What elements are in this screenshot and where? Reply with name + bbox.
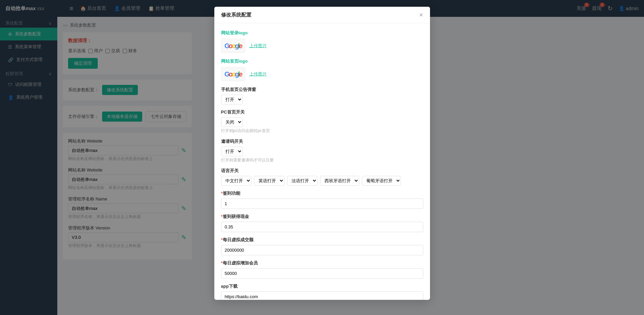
invite-switch-hint: 打开则需要邀请码才可以注册 xyxy=(221,157,423,163)
modal: 修改系统配置 × 网站登录logo Google 上传图片 网站首页l xyxy=(214,7,430,300)
login-logo-section: 网站登录logo Google 上传图片 xyxy=(221,30,423,53)
lang-pt-select[interactable]: 葡萄牙语打开葡萄牙语关闭 xyxy=(362,176,401,186)
modal-title: 修改系统配置 xyxy=(221,12,251,18)
app-download-input[interactable] xyxy=(221,291,423,300)
lang-options: 中文打开中文关闭 英语打开英语关闭 法语打开法语关闭 西班牙语打开西班牙语关闭 … xyxy=(221,176,423,186)
mobile-popup-field: 手机首页公告弹窗 打开 关闭 xyxy=(221,87,423,104)
modal-header: 修改系统配置 × xyxy=(214,7,430,23)
invite-switch-select[interactable]: 打开 关闭 xyxy=(221,147,243,156)
login-logo-upload-btn[interactable]: 上传图片 xyxy=(249,43,267,49)
lang-en-select[interactable]: 英语打开英语关闭 xyxy=(254,176,284,186)
pc-switch-field: PC首页开关 打开 关闭 打开则pc访问会跳转pc首页 xyxy=(221,109,423,134)
invite-switch-label: 邀请码开关 xyxy=(221,138,423,145)
sign-reward-field: *签到获得现金 xyxy=(221,214,423,232)
home-logo-label: 网站首页logo xyxy=(221,58,423,64)
sign-reward-input[interactable] xyxy=(221,222,423,232)
sign-reward-label: *签到获得现金 xyxy=(221,214,423,220)
modal-overlay[interactable]: 修改系统配置 × 网站登录logo Google 上传图片 网站首页l xyxy=(0,0,644,315)
home-logo-upload-btn[interactable]: 上传图片 xyxy=(249,71,267,77)
login-logo-label: 网站登录logo xyxy=(221,30,423,36)
pc-switch-select[interactable]: 打开 关闭 xyxy=(221,117,243,127)
daily-fake-tx-label: *每日虚拟成交额 xyxy=(221,237,423,243)
modal-body: 网站登录logo Google 上传图片 网站首页logo Goo xyxy=(214,23,430,300)
sign-func-field: *签到功能 xyxy=(221,190,423,209)
pc-switch-hint: 打开则pc访问会跳转pc首页 xyxy=(221,128,423,134)
sign-func-input[interactable] xyxy=(221,198,423,209)
daily-fake-tx-field: *每日虚拟成交额 xyxy=(221,237,423,255)
app-download-label: app下载 xyxy=(221,283,423,289)
mobile-popup-label: 手机首页公告弹窗 xyxy=(221,87,423,93)
sign-func-label: *签到功能 xyxy=(221,190,423,196)
app-download-field: app下载 xyxy=(221,283,423,300)
daily-fake-members-field: *每日虚拟增加会员 xyxy=(221,260,423,279)
daily-fake-tx-input[interactable] xyxy=(221,245,423,255)
home-logo-section: 网站首页logo Google 上传图片 xyxy=(221,58,423,81)
modal-close-button[interactable]: × xyxy=(419,11,423,18)
lang-es-select[interactable]: 西班牙语打开西班牙语关闭 xyxy=(320,176,359,186)
lang-switch-field: 语言开关 中文打开中文关闭 英语打开英语关闭 法语打开法语关闭 西班牙语打开西班… xyxy=(221,168,423,186)
daily-fake-members-label: *每日虚拟增加会员 xyxy=(221,260,423,266)
lang-fr-select[interactable]: 法语打开法语关闭 xyxy=(287,176,317,186)
login-logo-preview: Google xyxy=(221,39,245,53)
invite-switch-field: 邀请码开关 打开 关闭 打开则需要邀请码才可以注册 xyxy=(221,138,423,163)
mobile-popup-select[interactable]: 打开 关闭 xyxy=(221,95,243,104)
home-logo-preview: Google xyxy=(221,67,245,81)
lang-zh-select[interactable]: 中文打开中文关闭 xyxy=(221,176,251,186)
pc-switch-label: PC首页开关 xyxy=(221,109,423,115)
daily-fake-members-input[interactable] xyxy=(221,268,423,279)
lang-switch-label: 语言开关 xyxy=(221,168,423,174)
